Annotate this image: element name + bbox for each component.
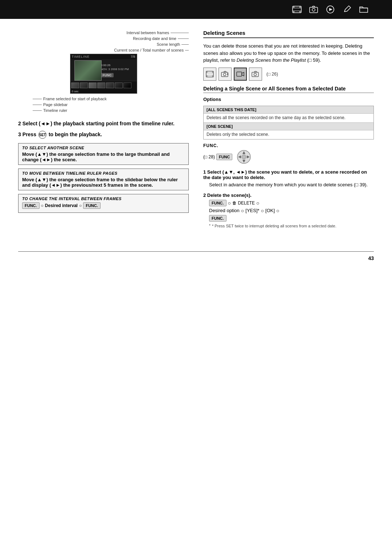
svg-rect-1 xyxy=(293,8,301,8)
svg-rect-12 xyxy=(206,75,213,76)
folder-icon[interactable] xyxy=(357,3,370,16)
delete-step1: 1 Select (▲▼, ◄►) the scene you want to … xyxy=(203,169,374,187)
timeline-counter: 0:00:26 xyxy=(101,64,136,67)
delete-seq-1: FUNC. ○ 🗑 DELETE ○ xyxy=(203,200,374,206)
func-label: FUNC. xyxy=(203,143,374,148)
step3: 3 Press SET to begin the playback. xyxy=(18,131,189,139)
svg-rect-5 xyxy=(293,11,294,12)
change-interval-seq: FUNC. ○ Desired interval ○ FUNC. xyxy=(22,202,185,209)
delete-step1-sub: Select in advance the memory from which … xyxy=(203,182,374,187)
top-bar xyxy=(0,0,392,19)
left-column: Interval between frames Recording date a… xyxy=(18,30,189,233)
delete-seq-3: FUNC. xyxy=(203,215,374,222)
label-recording: Recording date and time xyxy=(133,36,189,41)
func-btn-seq-end: FUNC. xyxy=(209,215,226,222)
svg-rect-11 xyxy=(206,73,213,73)
option-one-header: [ONE SCENE] xyxy=(204,123,373,130)
delete-step2: 2 Delete the scene(s). FUNC. ○ 🗑 DELETE … xyxy=(203,193,374,228)
func-btn-2: FUNC. xyxy=(83,202,101,209)
svg-rect-2 xyxy=(293,11,301,11)
svg-rect-16 xyxy=(212,76,213,77)
option-row-one: [ONE SCENE] Deletes only the selected sc… xyxy=(204,123,373,139)
func-btn-1: FUNC. xyxy=(22,202,40,209)
func-ref: (□ 28) xyxy=(203,154,215,159)
icons-row: (□ 26) xyxy=(203,68,374,81)
main-content: Interval between frames Recording date a… xyxy=(0,19,392,244)
icons-row-ref: (□ 26) xyxy=(266,72,278,77)
timeline-top: TIMELINE 7/8 xyxy=(70,54,137,59)
footnote: * * Press SET twice to interrupt deletin… xyxy=(203,224,374,228)
diagram-area: Interval between frames Recording date a… xyxy=(18,30,189,113)
select-another-scene-box: To Select Another Scene Move (▲▼) the or… xyxy=(18,143,189,165)
set-button-inline: SET xyxy=(38,131,46,139)
option-all-desc: Deletes all the scenes recorded on the s… xyxy=(204,114,373,122)
svg-marker-21 xyxy=(242,72,244,76)
camera-icon[interactable] xyxy=(307,3,320,16)
play-icon[interactable] xyxy=(324,3,337,16)
options-table: [ALL SCENES THIS DATE] Deletes all the s… xyxy=(203,106,374,139)
change-interval-box: To Change the Interval Between Frames FU… xyxy=(18,194,189,213)
label-scene-length: Scene length xyxy=(157,41,189,47)
timeline-date-bar: 0 sec xyxy=(70,89,137,93)
video-active-icon-box xyxy=(234,68,247,81)
delete-step2-instruction: 2 Delete the scene(s). xyxy=(203,193,374,198)
label-interval: Interval between frames xyxy=(127,30,189,36)
deleting-scenes-header: Deleting Scenes xyxy=(203,30,374,38)
svg-rect-4 xyxy=(299,7,301,8)
step2: 2 Select (◄►) the playback starting poin… xyxy=(18,121,189,126)
intro-paragraph: You can delete those scenes that you are… xyxy=(203,42,374,64)
bottom-diagram-labels: Frame selected for start of playback Pag… xyxy=(18,96,189,113)
svg-rect-15 xyxy=(207,76,208,77)
option-one-desc: Deletes only the selected scene. xyxy=(204,130,373,139)
dpad-icon xyxy=(237,150,251,164)
svg-rect-3 xyxy=(293,7,294,8)
svg-point-18 xyxy=(224,73,226,76)
timeline-date: NOV. 3 2008 9:02 PM xyxy=(101,68,136,71)
svg-point-8 xyxy=(312,8,315,11)
func-section: FUNC. (□ 28) FUNC xyxy=(203,143,374,164)
film-icon[interactable] xyxy=(290,3,303,16)
page-number: 43 xyxy=(368,255,374,261)
svg-point-23 xyxy=(254,73,257,76)
top-bar-icons xyxy=(290,3,370,16)
option-row-all: [ALL SCENES THIS DATE] Deletes all the s… xyxy=(204,106,373,123)
move-timeline-box: To Move Between Timeline Ruler Pages Mov… xyxy=(18,169,189,190)
svg-rect-6 xyxy=(299,11,301,12)
pencil-icon[interactable] xyxy=(340,3,354,16)
film-strip-icon-box xyxy=(203,68,216,81)
option-all-header: [ALL SCENES THIS DATE] xyxy=(204,106,373,114)
svg-rect-13 xyxy=(207,72,208,73)
right-column: Deleting Scenes You can delete those sce… xyxy=(203,30,374,233)
timeline-box: TIMELINE 7/8 0:00:26 NOV. 3 2008 9:02 PM… xyxy=(70,54,137,94)
camera-icon-box xyxy=(219,68,232,81)
page-footer: 43 xyxy=(18,251,374,261)
func-btn-ref: FUNC xyxy=(216,154,233,160)
camera2-icon-box xyxy=(249,68,262,81)
svg-rect-14 xyxy=(212,72,213,73)
delete-seq-2: Desired option ○ [YES]* ○ [OK] ○ xyxy=(203,208,374,214)
svg-point-29 xyxy=(242,155,246,159)
options-label: Options xyxy=(203,97,374,102)
func-badge-timeline: FUNC xyxy=(101,73,114,77)
func-btn-seq: FUNC. xyxy=(209,200,226,206)
svg-rect-20 xyxy=(237,72,242,76)
subsection-header: Deleting a Single Scene or All Scenes fr… xyxy=(203,86,374,93)
label-current-scene: Current scene / Total number of scenes xyxy=(114,47,189,53)
delete-step1-instruction: 1 Select (▲▼, ◄►) the scene you want to … xyxy=(203,169,374,180)
